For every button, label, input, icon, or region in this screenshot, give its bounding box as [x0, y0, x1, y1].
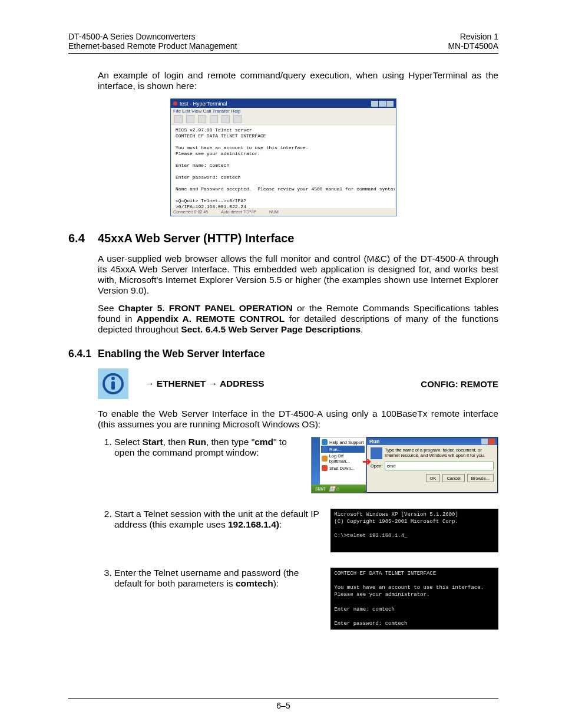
section-6-4-1-title: Enabling the Web Server Interface	[98, 348, 265, 360]
run-ok-button[interactable]: OK	[426, 474, 441, 482]
config-label: CONFIG: REMOTE	[421, 379, 498, 389]
hdr-right2: MN-DT4500A	[448, 41, 498, 51]
step-2-text: Start a Telnet session with the unit at …	[114, 509, 320, 530]
run-dialog-title: Run	[369, 439, 380, 444]
hyper-toolbar	[171, 114, 396, 124]
run-dialog: Run Type the name of a program, folder, …	[366, 437, 498, 493]
svg-point-1	[111, 377, 115, 380]
run-open-input[interactable]	[385, 462, 494, 470]
config-path: → ETHERNET → ADDRESS	[145, 378, 421, 389]
start-button: start 🪟 ⌂	[312, 485, 366, 493]
section-6-4-title: 45xxA Web Server (HTTP) Interface	[98, 232, 294, 245]
step-1-text: Select Start, then Run, then type "cmd" …	[114, 437, 300, 458]
start-item-shutdown: Shut Down...	[321, 465, 365, 472]
hyper-titlebar-icon	[173, 101, 177, 106]
section-6-4-heading: 6.445xxA Web Server (HTTP) Interface	[68, 232, 498, 245]
cmd-screenshot-2: COMTECH EF DATA TELNET INTERFACE You mus…	[330, 568, 498, 630]
step-2: Start a Telnet session with the unit at …	[114, 509, 498, 552]
cmd-screenshot-1: Microsoft Windows XP [Version 5.1.2600] …	[330, 509, 498, 552]
step-3-text: Enter the Telnet username and password (…	[114, 568, 320, 589]
run-open-label: Open:	[371, 463, 382, 469]
sec641-intro: To enable the Web Server Interface in th…	[98, 409, 498, 430]
steps-list: Select Start, then Run, then type "cmd" …	[98, 437, 498, 630]
hyper-statusbar: Connected 0:02:45 Auto detect TCP/IP NUM	[171, 208, 396, 216]
hdr-left1: DT-4500-A Series Downconverters	[68, 32, 237, 41]
run-help-icon	[481, 439, 488, 444]
hyperterminal-screenshot: test - HyperTerminal File Edit View Call…	[170, 98, 396, 216]
hdr-right1: Revision 1	[448, 32, 498, 41]
hyper-menubar: File Edit View Call Transfer Help	[171, 108, 396, 114]
page-header: DT-4500-A Series Downconverters Ethernet…	[68, 32, 498, 54]
start-menu-panel: Help and Support Run... Log Off bpittman…	[312, 437, 366, 493]
hyper-titlebar: test - HyperTerminal	[171, 99, 396, 108]
sec64-p1: A user-supplied web browser allows the f…	[98, 253, 498, 296]
page-footer: 6–5	[68, 698, 498, 710]
hyper-status-mode: Auto detect TCP/IP	[221, 210, 256, 214]
run-browse-button[interactable]: Browse...	[467, 474, 494, 482]
start-item-run: Run...	[321, 446, 365, 453]
run-cancel-button[interactable]: Cancel	[442, 474, 464, 482]
hyper-window-buttons	[371, 101, 394, 107]
hdr-left2: Ethernet-based Remote Product Management	[68, 41, 237, 51]
run-dialog-screenshot: Help and Support Run... Log Off bpittman…	[311, 437, 498, 493]
hyper-status-num: NUM	[269, 210, 279, 214]
run-desc: Type the name of a program, folder, docu…	[385, 447, 494, 459]
start-item-logoff: Log Off bpittman...	[321, 453, 365, 465]
run-icon	[371, 447, 382, 459]
hyper-status-conn: Connected 0:02:45	[173, 210, 208, 214]
hyper-title-text: test - HyperTerminal	[180, 101, 227, 107]
step-1: Select Start, then Run, then type "cmd" …	[114, 437, 498, 493]
section-6-4-num: 6.4	[68, 232, 98, 245]
hyper-terminal-body: MICS v2.97.00 Telnet server COMTECH EF D…	[172, 126, 395, 216]
svg-rect-2	[111, 381, 115, 390]
section-6-4-1-heading: 6.4.1Enabling the Web Server Interface	[68, 348, 498, 360]
run-close-icon	[488, 439, 495, 444]
sec64-p2: See Chapter 5. FRONT PANEL OPERATION or …	[98, 303, 498, 335]
start-item-help: Help and Support	[321, 439, 365, 446]
section-6-4-1-num: 6.4.1	[68, 348, 98, 360]
intro-text: An example of login and remote command/q…	[98, 70, 498, 91]
notice-icon	[98, 368, 128, 399]
step-3: Enter the Telnet username and password (…	[114, 568, 498, 630]
config-path-row: → ETHERNET → ADDRESS CONFIG: REMOTE	[98, 368, 498, 399]
